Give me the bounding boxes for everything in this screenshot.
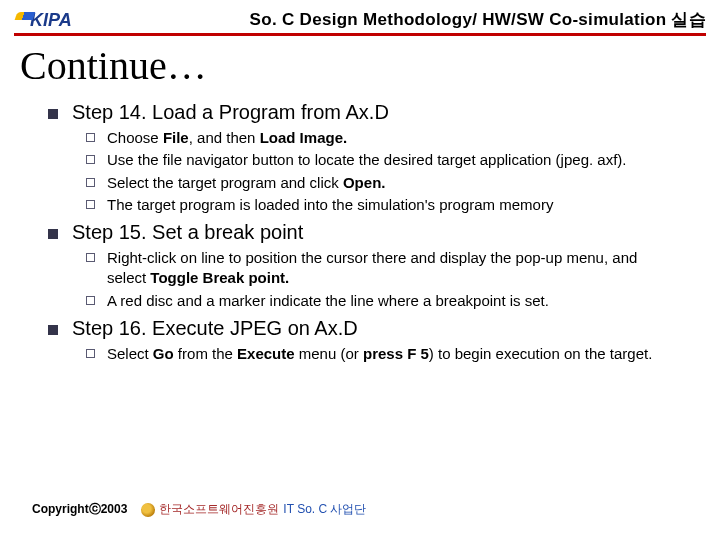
sub-item: Select Go from the Execute menu (or pres… <box>86 344 668 364</box>
square-bullet-icon <box>48 325 58 335</box>
slide-header: KIPA So. C Design Methodology/ HW/SW Co-… <box>0 0 720 33</box>
step-title: Step 16. Execute JPEG on Ax.D <box>72 317 358 340</box>
slide-content: Step 14. Load a Program from Ax.DChoose … <box>0 101 720 364</box>
step-heading: Step 14. Load a Program from Ax.D <box>48 101 668 124</box>
sub-item-text: Right-click on line to position the curs… <box>107 248 668 289</box>
sub-item-text: Select the target program and click Open… <box>107 173 385 193</box>
hollow-square-bullet-icon <box>86 296 95 305</box>
step-sub-items: Select Go from the Execute menu (or pres… <box>48 344 668 364</box>
logo-accent-shape <box>15 12 36 20</box>
square-bullet-icon <box>48 109 58 119</box>
footer-org-ko: 한국소프트웨어진흥원 <box>159 501 279 518</box>
sub-item: Use the file navigator button to locate … <box>86 150 668 170</box>
hollow-square-bullet-icon <box>86 178 95 187</box>
kipa-logo: KIPA <box>14 10 72 31</box>
footer-org-en: IT So. C 사업단 <box>283 501 366 518</box>
hollow-square-bullet-icon <box>86 133 95 142</box>
header-rule <box>14 33 706 36</box>
step-sub-items: Choose File, and then Load Image.Use the… <box>48 128 668 215</box>
step-block: Step 16. Execute JPEG on Ax.DSelect Go f… <box>48 317 668 364</box>
hollow-square-bullet-icon <box>86 200 95 209</box>
footer-org: 한국소프트웨어진흥원 IT So. C 사업단 <box>141 501 366 518</box>
sub-item: Right-click on line to position the curs… <box>86 248 668 289</box>
slide-title: Continue… <box>0 40 720 95</box>
step-block: Step 14. Load a Program from Ax.DChoose … <box>48 101 668 215</box>
logo-text: KIPA <box>30 10 72 30</box>
sub-item-text: The target program is loaded into the si… <box>107 195 553 215</box>
hollow-square-bullet-icon <box>86 253 95 262</box>
sub-item: A red disc and a marker indicate the lin… <box>86 291 668 311</box>
hollow-square-bullet-icon <box>86 155 95 164</box>
sub-item-text: A red disc and a marker indicate the lin… <box>107 291 549 311</box>
square-bullet-icon <box>48 229 58 239</box>
step-title: Step 14. Load a Program from Ax.D <box>72 101 389 124</box>
sub-item-text: Use the file navigator button to locate … <box>107 150 626 170</box>
step-heading: Step 15. Set a break point <box>48 221 668 244</box>
copyright-text: Copyrightⓒ2003 <box>32 501 127 518</box>
sub-item: The target program is loaded into the si… <box>86 195 668 215</box>
step-sub-items: Right-click on line to position the curs… <box>48 248 668 311</box>
footer-mark-icon <box>141 503 155 517</box>
hollow-square-bullet-icon <box>86 349 95 358</box>
step-block: Step 15. Set a break pointRight-click on… <box>48 221 668 311</box>
sub-item: Choose File, and then Load Image. <box>86 128 668 148</box>
step-heading: Step 16. Execute JPEG on Ax.D <box>48 317 668 340</box>
sub-item-text: Choose File, and then Load Image. <box>107 128 347 148</box>
course-title: So. C Design Methodology/ HW/SW Co-simul… <box>250 8 706 31</box>
slide-footer: Copyrightⓒ2003 한국소프트웨어진흥원 IT So. C 사업단 <box>32 501 367 518</box>
sub-item-text: Select Go from the Execute menu (or pres… <box>107 344 652 364</box>
sub-item: Select the target program and click Open… <box>86 173 668 193</box>
step-title: Step 15. Set a break point <box>72 221 303 244</box>
